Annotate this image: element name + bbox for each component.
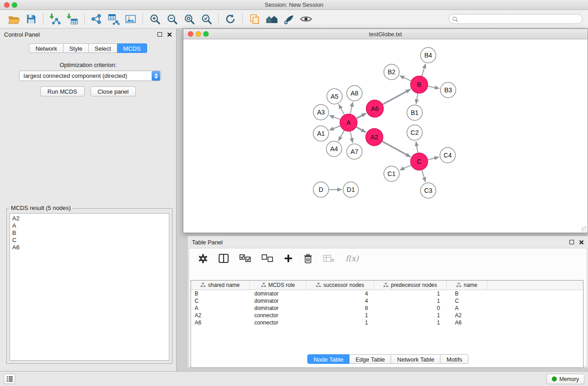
mcds-result-item[interactable]: A2 [10,215,169,222]
graph-node[interactable]: D1 [343,182,359,197]
create-column-button[interactable] [284,254,293,263]
graph-node[interactable]: A7 [347,144,362,159]
graph-node[interactable]: C3 [421,183,436,198]
column-header-successor-nodes[interactable]: successor nodes [306,281,374,290]
window-resize-grip[interactable] [581,226,587,232]
network-canvas[interactable]: B4B2BB3A5A8A6A3B1AC2A1A2A4A7C4CC1C3DD1 [183,40,588,233]
function-builder-button[interactable]: f(x) [345,254,359,263]
graph-edge[interactable] [416,94,418,104]
graph-edge[interactable] [400,165,411,170]
graph-node[interactable]: C1 [384,166,399,181]
close-window-light[interactable] [4,2,10,8]
graph-node[interactable]: D [313,182,329,197]
tab-edge-table[interactable]: Edge Table [349,354,391,364]
close-panel-icon[interactable] [167,32,172,37]
import-table-button[interactable] [64,12,81,26]
memory-button[interactable]: Memory [546,374,584,384]
graph-edge[interactable] [400,76,411,81]
graph-edge[interactable] [422,170,425,182]
graph-edge[interactable] [330,115,340,119]
network-window-titlebar[interactable]: testGlobe.txt [183,29,588,39]
graph-node[interactable]: C4 [440,148,455,163]
graph-node[interactable]: C2 [407,125,422,140]
column-header-predecessor-nodes[interactable]: predecessor nodes [374,281,447,290]
graph-edge[interactable] [330,126,340,130]
task-history-button[interactable] [4,374,15,384]
network-view-window[interactable]: testGlobe.txt B4B2BB3A5A8A6A3B1AC2A1A2A4… [183,29,588,233]
new-table-button[interactable] [105,12,122,26]
close-table-panel-icon[interactable] [579,240,584,245]
search-box[interactable] [449,14,583,24]
open-session-button[interactable] [5,12,23,26]
graph-edge[interactable] [428,86,440,89]
graph-edge[interactable] [339,105,344,115]
close-panel-button[interactable]: Close panel [91,86,136,96]
table-row[interactable]: Cdominator41C [191,297,583,305]
graph-node[interactable]: A1 [313,126,329,141]
mcds-result-list[interactable]: A2ABCA6 [10,213,169,361]
graph-edge[interactable] [383,90,411,105]
import-network-button[interactable] [47,12,64,26]
graph-edge[interactable] [350,102,353,114]
table-row[interactable]: A6connector11A6 [191,319,583,326]
tab-node-table[interactable]: Node Table [307,354,350,364]
mcds-result-item[interactable]: A6 [10,244,169,251]
column-browser-button[interactable] [219,254,229,263]
graph-node[interactable]: C [411,153,428,170]
graph-edge[interactable] [357,113,366,118]
graph-node[interactable]: A3 [313,105,329,120]
graph-edge[interactable] [428,157,439,159]
network-zoom-light[interactable] [203,31,209,37]
select-all-rows-button[interactable] [239,254,251,262]
save-session-button[interactable] [23,12,40,26]
graph-edge[interactable] [382,142,411,157]
tab-network-table[interactable]: Network Table [391,354,440,364]
column-header-mcds-role[interactable]: MCDS role [250,281,306,290]
mcds-result-item[interactable]: B [10,229,169,237]
column-header-name[interactable]: name [447,281,488,290]
float-table-panel-icon[interactable] [569,240,574,244]
tab-style[interactable]: Style [63,43,89,53]
network-minimize-light[interactable] [196,31,201,37]
tab-motifs[interactable]: Motifs [440,354,468,364]
table-row[interactable]: A2connector11A2 [191,312,583,319]
style-button[interactable] [280,12,297,26]
graph-node[interactable]: A [340,114,357,131]
network-graph[interactable]: B4B2BB3A5A8A6A3B1AC2A1A2A4A7C4CC1C3DD1 [183,40,588,233]
delete-column-button[interactable] [304,254,312,263]
zoom-fit-button[interactable] [181,12,198,26]
graph-edge[interactable] [339,131,344,141]
graph-node[interactable]: B [411,76,428,93]
export-image-button[interactable] [122,12,139,26]
tab-select[interactable]: Select [89,43,117,53]
tab-network[interactable]: Network [29,43,63,53]
table-row[interactable]: Adominator80A [191,305,583,312]
graph-node[interactable]: B1 [407,105,422,120]
first-neighbors-button[interactable] [246,12,263,26]
graph-node[interactable]: A2 [366,129,383,146]
network-close-light[interactable] [188,31,193,37]
graph-node[interactable]: B2 [384,64,399,80]
graph-edge[interactable] [416,142,418,152]
zoom-in-button[interactable] [146,12,163,26]
zoom-out-button[interactable] [163,12,181,26]
delete-table-button[interactable] [323,254,335,262]
graph-node[interactable]: A4 [326,141,342,157]
app-titlebar[interactable]: Session: New Session [0,0,588,10]
zoom-window-light[interactable] [12,2,17,8]
table-row[interactable]: Bdominator41B [191,290,583,297]
graph-node[interactable]: A6 [366,100,383,117]
deselect-all-rows-button[interactable] [262,254,273,262]
mcds-result-item[interactable]: A [10,222,169,229]
apply-layout-button[interactable] [222,12,239,26]
new-network-button[interactable] [88,12,105,26]
graph-node[interactable]: B4 [421,48,436,63]
float-panel-icon[interactable] [158,32,162,37]
graph-node[interactable]: A8 [347,86,362,101]
graph-edge[interactable] [350,132,353,143]
graph-edge[interactable] [422,64,425,76]
criterion-select[interactable]: largest connected component (directed) [19,71,161,81]
zoom-selected-button[interactable] [198,12,215,26]
graph-node[interactable]: B3 [440,82,456,98]
graph-node[interactable]: A5 [327,89,342,104]
